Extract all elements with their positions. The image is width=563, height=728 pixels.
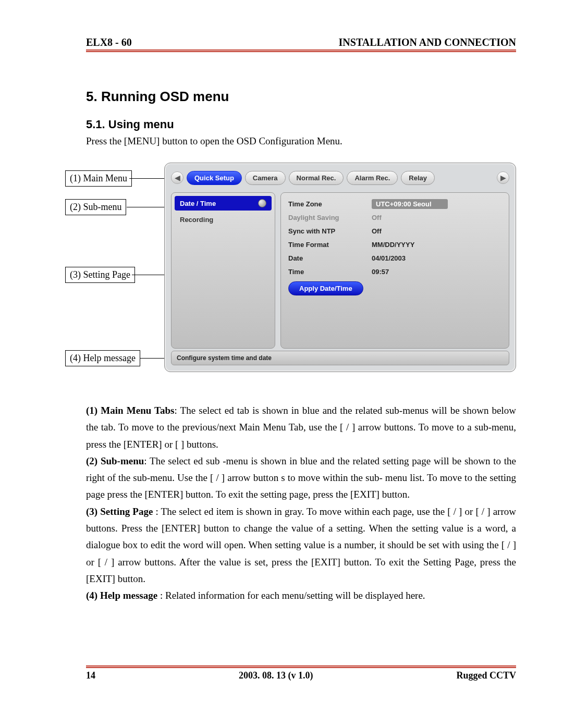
desc3-head: (3) Setting Page: [86, 506, 153, 517]
desc4-head: (4) Help message: [86, 590, 157, 601]
submenu-recording[interactable]: Recording: [175, 213, 272, 227]
callout-main-menu: (1) Main Menu: [65, 170, 132, 187]
tab-row: ◀ Quick Setup Camera Normal Rec. Alarm R…: [171, 168, 509, 187]
apply-button[interactable]: Apply Date/Time: [288, 281, 363, 295]
intro-text: Press the [MENU] button to open the OSD …: [86, 135, 516, 147]
submenu-label: Date / Time: [180, 200, 216, 207]
footer-brand: Rugged CCTV: [456, 670, 516, 681]
callout-line-2: [127, 207, 168, 207]
desc2-head: (2) Sub-menu: [86, 455, 144, 466]
footer-date: 2003. 08. 13 (v 1.0): [239, 670, 313, 681]
desc2-text: : The select ed sub -menu is shown in bl…: [86, 455, 516, 500]
subsection-title: 5.1. Using menu: [86, 118, 516, 131]
tab-normal-rec[interactable]: Normal Rec.: [289, 171, 344, 185]
callout-help-message: (4) Help message: [65, 350, 140, 366]
footer-page: 14: [86, 670, 95, 681]
desc3-text: : The select ed item is shown in gray. T…: [86, 506, 516, 584]
tab-alarm-rec[interactable]: Alarm Rec.: [347, 171, 398, 185]
setting-row[interactable]: Date 04/01/2003: [288, 251, 501, 265]
setting-row[interactable]: Time Zone UTC+09:00 Seoul: [288, 197, 501, 211]
desc1-head: (1) Main Menu Tabs: [86, 405, 174, 416]
setting-label: Time Zone: [288, 200, 372, 208]
callout-setting-page: (3) Setting Page: [65, 267, 135, 283]
setting-value: 09:57: [372, 268, 389, 276]
gear-icon: [258, 199, 266, 207]
tab-quick-setup[interactable]: Quick Setup: [187, 171, 242, 185]
help-bar: Configure system time and date: [171, 351, 509, 365]
osd-figure: (1) Main Menu (2) Sub-menu (3) Setting P…: [86, 163, 516, 381]
setting-value: Off: [372, 227, 382, 235]
nav-right-icon[interactable]: ▶: [497, 171, 509, 184]
header-rule: [86, 50, 516, 51]
description-body: (1) Main Menu Tabs: The select ed tab is…: [86, 402, 516, 604]
osd-panel: ◀ Quick Setup Camera Normal Rec. Alarm R…: [164, 163, 516, 372]
setting-label: Time: [288, 268, 372, 276]
setting-row[interactable]: Time 09:57: [288, 265, 501, 278]
setting-value: UTC+09:00 Seoul: [372, 199, 448, 209]
setting-label: Time Format: [288, 241, 372, 249]
setting-row[interactable]: Time Format MM/DD/YYYY: [288, 238, 501, 251]
setting-row[interactable]: Daylight Saving Off: [288, 211, 501, 224]
tab-relay[interactable]: Relay: [401, 171, 435, 185]
callout-sub-menu: (2) Sub-menu: [65, 199, 126, 215]
nav-left-icon[interactable]: ◀: [171, 171, 183, 184]
header-left: ELX8 - 60: [86, 36, 132, 48]
page-footer: 14 2003. 08. 13 (v 1.0) Rugged CCTV: [86, 667, 516, 681]
settings-panel: Time Zone UTC+09:00 Seoul Daylight Savin…: [280, 192, 509, 349]
setting-value: Off: [372, 214, 382, 221]
tab-camera[interactable]: Camera: [245, 171, 286, 185]
submenu-panel: Date / Time Recording: [171, 192, 275, 349]
setting-label: Date: [288, 254, 372, 262]
help-text: Configure system time and date: [177, 354, 272, 362]
submenu-label: Recording: [180, 216, 213, 224]
setting-row[interactable]: Sync with NTP Off: [288, 224, 501, 238]
setting-value: MM/DD/YYYY: [372, 241, 414, 249]
section-title: 5. Running OSD menu: [86, 89, 516, 105]
submenu-date-time[interactable]: Date / Time: [175, 196, 272, 211]
setting-label: Daylight Saving: [288, 214, 372, 221]
setting-value: 04/01/2003: [372, 254, 406, 262]
setting-label: Sync with NTP: [288, 227, 372, 235]
desc4-text: : Related information for each menu/sett…: [157, 590, 425, 601]
header-right: INSTALLATION AND CONNECTION: [339, 36, 516, 48]
callout-line-1: [129, 178, 168, 179]
header-rule-2: [86, 51, 516, 52]
